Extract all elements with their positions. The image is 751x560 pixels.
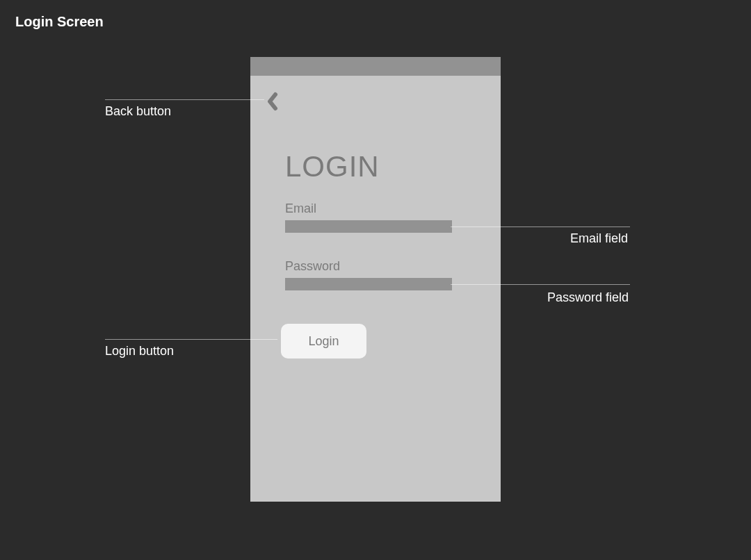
email-label: Email (285, 201, 452, 216)
login-button[interactable]: Login (281, 324, 366, 359)
callout-line-back (105, 99, 264, 100)
phone-frame: LOGIN Email Password Login (250, 57, 501, 502)
callout-password-field: Password field (547, 290, 629, 305)
email-input[interactable] (285, 220, 452, 233)
callout-line-password (451, 284, 630, 285)
password-field-group: Password (285, 259, 452, 290)
page-title: Login Screen (15, 14, 104, 30)
chevron-left-icon (266, 92, 280, 111)
callout-login-button: Login button (105, 344, 174, 359)
password-label: Password (285, 259, 452, 274)
back-button[interactable] (266, 92, 280, 111)
email-field-group: Email (285, 201, 452, 233)
phone-statusbar (250, 57, 501, 76)
callout-email-field: Email field (570, 231, 628, 246)
callout-back-button: Back button (105, 104, 171, 119)
login-heading: LOGIN (285, 150, 380, 183)
callout-line-login (105, 339, 277, 340)
callout-line-email (451, 227, 630, 227)
password-input[interactable] (285, 278, 452, 290)
